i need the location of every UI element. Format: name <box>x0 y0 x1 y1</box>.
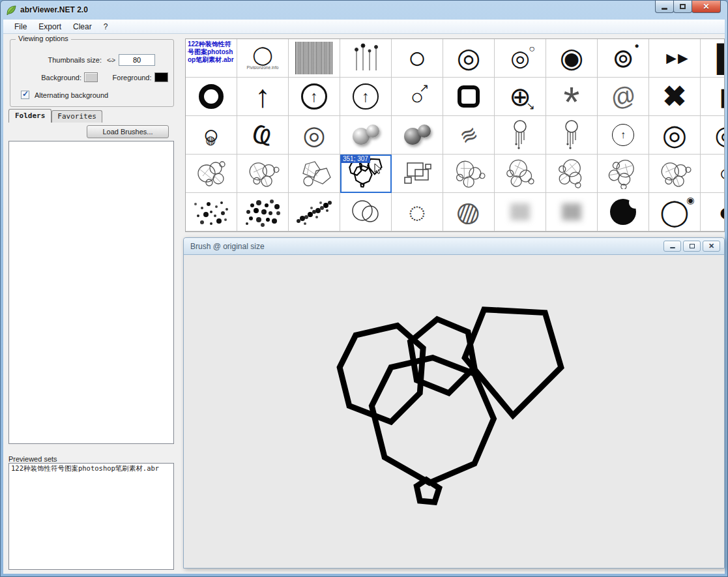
dots-spray-brush[interactable] <box>186 193 237 231</box>
dense-texture-brush[interactable] <box>289 39 340 78</box>
dots-spray2-brush[interactable] <box>237 193 289 231</box>
preview-canvas <box>184 255 724 568</box>
bubble-cluster-brush[interactable] <box>495 155 546 193</box>
size-arrows-icon: <-> <box>107 57 115 64</box>
dotted-circles-brush[interactable] <box>237 155 289 193</box>
previewed-set-item[interactable]: 122种装饰性符号图案photoshop笔刷素材.abr <box>9 464 173 474</box>
soft-square2-brush[interactable] <box>546 193 598 231</box>
pins-shape <box>347 42 384 75</box>
soft-square-brush[interactable] <box>495 193 546 231</box>
left-tabs: Folders Favorites <box>8 110 102 123</box>
rectangles-brush[interactable] <box>392 155 443 193</box>
rounded-square-brush[interactable] <box>443 78 495 116</box>
brush-set-title-cell[interactable]: 122种装饰性符号图案photoshop笔刷素材.abr <box>186 39 237 78</box>
drip-circle-brush[interactable] <box>495 116 546 155</box>
menu-item-export[interactable]: Export <box>33 20 67 33</box>
load-brushes-button[interactable]: Load Brushes... <box>87 125 169 138</box>
brush-set-filename-text: 122种装饰性符号图案photoshop笔刷素材.abr <box>186 39 237 77</box>
preview-close-icon: ✕ <box>708 242 714 250</box>
preview-minimize-button[interactable] <box>663 241 681 252</box>
clipped-circle-brush[interactable]: ○ <box>701 155 725 193</box>
arrow-right-brush[interactable]: ►► <box>649 39 701 78</box>
circle-cluster-brush[interactable] <box>443 155 495 193</box>
globe-arrow-brush[interactable]: ⊕↘ <box>495 78 546 116</box>
shaded-balls-dark-brush[interactable] <box>392 116 443 155</box>
maximize-button[interactable] <box>673 1 692 13</box>
bullseye-brush[interactable]: ◉ <box>546 39 598 78</box>
arrow-note-brush[interactable]: ↑ <box>598 116 649 155</box>
spray-dots-shape <box>210 211 212 213</box>
previewed-sets-list[interactable]: 122种装饰性符号图案photoshop笔刷素材.abr <box>8 463 174 570</box>
circled-glyph-shape: ↑ <box>612 124 634 146</box>
circles-arrow-brush[interactable]: ○↗ <box>392 78 443 116</box>
concentric-circles-brush[interactable]: ◎ <box>443 39 495 78</box>
filled-circles-brush[interactable]: ⊚● <box>598 39 649 78</box>
clipped-rings-brush[interactable]: ◎ <box>701 116 725 155</box>
tab-favorites[interactable]: Favorites <box>51 110 102 123</box>
brush-glyph: * <box>564 81 580 116</box>
foreground-color-swatch[interactable] <box>154 72 168 82</box>
hexagons-brush-selected[interactable]: 351; 307 <box>340 155 392 193</box>
circle-cluster2-brush[interactable] <box>546 155 598 193</box>
dots-spray3-brush[interactable] <box>289 193 340 231</box>
drip-circle2-brush[interactable] <box>546 116 598 155</box>
sketchy-circle-brush[interactable]: ◌ <box>392 193 443 231</box>
alternating-background-checkbox[interactable] <box>21 91 29 99</box>
notched-circle-brush[interactable] <box>598 193 649 231</box>
circle-outline-brush[interactable]: ○ <box>392 39 443 78</box>
arrow-up-circle-brush[interactable]: ↑ <box>289 78 340 116</box>
background-color-swatch[interactable] <box>84 72 98 82</box>
comet-brush[interactable]: ≋ <box>443 116 495 155</box>
circle-group-brush[interactable]: ◎○ <box>495 39 546 78</box>
circle-pattern-brush[interactable]: ○◍ <box>186 116 237 155</box>
arrow-up-circle2-brush[interactable]: ↑ <box>340 78 392 116</box>
minimize-button[interactable] <box>655 1 674 13</box>
preview-maximize-icon <box>690 244 695 248</box>
thumbnails-size-input[interactable] <box>119 54 155 66</box>
previewed-sets-label: Previewed sets <box>8 455 57 463</box>
shaded-balls-brush[interactable] <box>340 116 392 155</box>
thick-ring-brush[interactable] <box>186 78 237 116</box>
window-title: abrViewer.NET 2.0 <box>20 5 88 14</box>
background-label: Background: <box>10 74 81 81</box>
clipped-bracket-brush[interactable]: ▌ <box>701 39 725 78</box>
menu-item-clear[interactable]: Clear <box>67 20 98 33</box>
starburst-brush[interactable]: * <box>546 78 598 116</box>
spiral-scribble-brush[interactable]: @ <box>598 78 649 116</box>
viewing-options-group: Viewing options Thumbnails size: <-> Bac… <box>10 39 174 107</box>
folders-list[interactable] <box>8 141 174 444</box>
circle-cluster3-brush[interactable] <box>598 155 649 193</box>
clipped-dark-brush[interactable]: ● <box>701 193 725 231</box>
circle-cluster-shape <box>603 156 643 191</box>
rounded-square-shape <box>458 85 480 108</box>
bold-rings-brush[interactable]: ◎ <box>649 116 701 155</box>
arrow-up-brush[interactable]: ↑ <box>237 78 289 116</box>
hatch-circle-brush[interactable]: ◍ <box>443 193 495 231</box>
tab-folders[interactable]: Folders <box>8 109 51 123</box>
hatched-polygons-brush[interactable] <box>289 155 340 193</box>
circle-cluster4-brush[interactable] <box>649 155 701 193</box>
menu-item-help[interactable]: ? <box>98 20 114 33</box>
planet-brush[interactable]: ◯◉ <box>649 193 701 231</box>
notched-circle-shape <box>610 199 636 225</box>
sketch-rings-brush[interactable]: ◎ <box>289 116 340 155</box>
shaded-balls-shape <box>401 123 433 147</box>
rects-shape <box>397 156 437 191</box>
brush-glyph: ⊚ <box>612 45 634 71</box>
brush-glyph: @ <box>607 81 638 112</box>
menu-item-file[interactable]: File <box>8 20 33 33</box>
bold-x-brush[interactable]: ✖ <box>649 78 701 116</box>
preview-maximize-button[interactable] <box>683 241 701 252</box>
close-button[interactable]: ✕ <box>692 1 721 13</box>
preview-titlebar[interactable]: Brush @ original size ✕ <box>184 238 724 255</box>
watermark-circle-brush[interactable]: ◯Pivisionzone.info <box>237 39 289 78</box>
ring-shape <box>199 84 224 109</box>
swoosh-circle-brush[interactable]: Ҩ <box>237 116 289 155</box>
hatched-circles-brush[interactable] <box>186 155 237 193</box>
minimize-icon <box>662 8 667 10</box>
clipped-bar-brush[interactable]: ▮ <box>701 78 725 116</box>
preview-close-button[interactable]: ✕ <box>703 241 720 252</box>
overlapping-circles-brush[interactable] <box>340 193 392 231</box>
pins-brush[interactable] <box>340 39 392 78</box>
titlebar[interactable]: abrViewer.NET 2.0 ✕ <box>1 1 727 20</box>
